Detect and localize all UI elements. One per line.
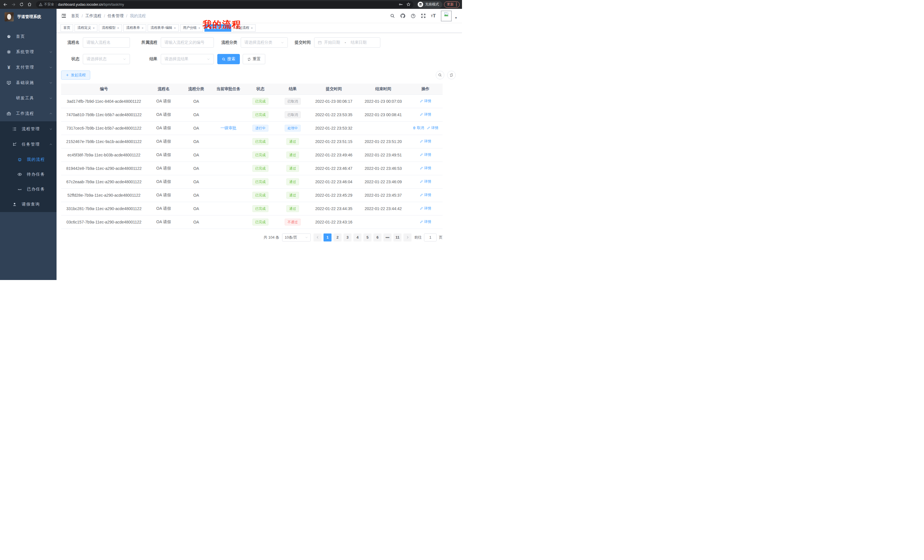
sidebar-item-2[interactable]: ¥支付管理 — [0, 60, 57, 75]
more-pages-button[interactable]: ••• — [384, 234, 392, 241]
detail-action-link[interactable]: 详情 — [420, 179, 431, 184]
filter-process-input[interactable]: 请输入流程定义的编号 — [161, 37, 214, 48]
tab-label: 发起流程 — [236, 25, 249, 30]
breadcrumb-separator: / — [126, 14, 128, 18]
cell-status: 已完成 — [245, 215, 276, 229]
current-task-link[interactable]: 一级审批 — [220, 126, 236, 130]
action-label: 详情 — [424, 220, 431, 225]
github-icon[interactable] — [400, 13, 405, 18]
tab-5[interactable]: 用户分组× — [180, 24, 203, 32]
goto-page-input[interactable] — [424, 234, 436, 241]
cancel-action-link[interactable]: 取消 — [412, 126, 424, 130]
refresh-icon — [449, 73, 453, 77]
sidebar-item-8[interactable]: 我的流程 — [0, 152, 57, 167]
detail-action-link[interactable]: 详情 — [420, 206, 431, 211]
cell-submit-time: 2022-01-23 00:06:17 — [309, 94, 358, 108]
tab-close-icon[interactable]: × — [226, 26, 228, 30]
tab-close-icon[interactable]: × — [174, 26, 176, 30]
tab-7[interactable]: 发起流程× — [233, 24, 255, 32]
filter-time-range[interactable]: 开始日期 - 结束日期 — [314, 37, 380, 48]
prev-page-button[interactable] — [314, 234, 321, 241]
sidebar-item-5[interactable]: 工作流程 — [0, 106, 57, 121]
tab-close-icon[interactable]: × — [198, 26, 200, 30]
tab-4[interactable]: 流程表单-编辑× — [148, 24, 178, 32]
page-button-3[interactable]: 3 — [344, 234, 351, 241]
breadcrumb-item-0[interactable]: 首页 — [71, 13, 79, 18]
result-badge: 通过 — [286, 192, 299, 199]
fullscreen-icon[interactable] — [421, 13, 426, 18]
browser-forward-icon[interactable] — [10, 1, 16, 8]
reset-button[interactable]: 重置 — [243, 54, 265, 64]
detail-action-link[interactable]: 详情 — [420, 139, 431, 144]
sidebar-collapse-icon[interactable] — [61, 13, 66, 18]
chevron-down-icon — [280, 41, 284, 44]
page-button-2[interactable]: 2 — [333, 234, 342, 241]
filter-category-select[interactable]: 请选择流程分类 — [241, 37, 288, 48]
detail-action-link[interactable]: 详情 — [420, 166, 431, 171]
page-button-11[interactable]: 11 — [393, 234, 402, 241]
page-button-1[interactable]: 1 — [324, 234, 332, 241]
breadcrumb-item-1[interactable]: 工作流程 — [86, 13, 101, 18]
toggle-search-button[interactable] — [436, 71, 444, 79]
browser-menu-icon[interactable] — [456, 3, 457, 6]
sidebar-item-3[interactable]: 基础设施 — [0, 75, 57, 90]
filter-status-select[interactable]: 请选择状态 — [83, 54, 130, 64]
cell-id: ec45f38f-7b9a-11ec-b03b-acde48001122 — [61, 148, 147, 162]
detail-action-link[interactable]: 详情 — [420, 193, 431, 198]
tab-close-icon[interactable]: × — [117, 26, 119, 30]
detail-action-link[interactable]: 详情 — [420, 112, 431, 117]
address-bar[interactable]: 不安全 dashboard.yudao.iocoder.cn/bpm/task/… — [36, 1, 414, 8]
update-button[interactable]: 更新 — [444, 1, 460, 8]
sidebar-item-11[interactable]: 请假查询 — [0, 197, 57, 212]
avatar[interactable] — [441, 10, 452, 21]
password-key-icon[interactable] — [399, 2, 403, 7]
sidebar-item-4[interactable]: 研发工具 — [0, 90, 57, 106]
browser-home-icon[interactable] — [26, 1, 33, 8]
sidebar: 芋道管理系统 首页系统管理¥支付管理基础设施研发工具工作流程流程管理任务管理我的… — [0, 9, 57, 280]
cell-status: 进行中 — [245, 121, 276, 135]
tab-1[interactable]: 流程定义× — [75, 24, 98, 32]
filter-result-select[interactable]: 请选择流结果 — [161, 54, 214, 64]
cell-end-time: 2022-01-22 23:49:51 — [358, 148, 408, 162]
avatar-caret-icon[interactable]: ▼ — [454, 16, 458, 19]
filter-name-input[interactable]: 请输入流程名 — [83, 37, 130, 48]
refresh-table-button[interactable] — [447, 71, 456, 79]
browser-reload-icon[interactable] — [18, 1, 24, 8]
sidebar-item-0[interactable]: 首页 — [0, 29, 57, 44]
detail-action-link[interactable]: 详情 — [420, 153, 431, 157]
prev-icon — [316, 235, 320, 239]
page-button-4[interactable]: 4 — [354, 234, 362, 241]
cell-process-name: OA 请假 — [147, 162, 180, 175]
page-button-6[interactable]: 6 — [374, 234, 381, 241]
page-button-5[interactable]: 5 — [363, 234, 372, 241]
sidebar-item-9[interactable]: 待办任务 — [0, 167, 57, 182]
detail-action-link[interactable]: 详情 — [427, 126, 438, 130]
sidebar-item-6[interactable]: 流程管理 — [0, 121, 57, 137]
tab-close-icon[interactable]: × — [251, 26, 253, 30]
sidebar-item-1[interactable]: 系统管理 — [0, 44, 57, 60]
breadcrumb-item-2[interactable]: 任务管理 — [108, 13, 124, 18]
tab-2[interactable]: 流程模型× — [99, 24, 122, 32]
tab-6[interactable]: 我的流程× — [204, 24, 231, 32]
tab-close-icon[interactable]: × — [142, 26, 143, 30]
help-icon[interactable] — [411, 13, 416, 18]
table-row: 2152467e-7b9b-11ec-9a1b-acde48001122OA 请… — [61, 135, 442, 148]
sidebar-item-10[interactable]: 已办任务 — [0, 182, 57, 197]
create-process-button[interactable]: 发起流程 — [61, 70, 90, 79]
cell-id: 331bc281-7b9a-11ec-a290-acde48001122 — [61, 202, 147, 215]
tab-3[interactable]: 流程表单× — [123, 24, 146, 32]
detail-action-link[interactable]: 详情 — [420, 99, 431, 103]
font-size-icon[interactable]: TT — [431, 13, 436, 19]
sidebar-item-7[interactable]: 任务管理 — [0, 137, 57, 152]
detail-action-link[interactable]: 详情 — [420, 220, 431, 225]
page-size-select[interactable]: 10条/页 — [282, 234, 310, 241]
tab-0[interactable]: 首页 — [60, 24, 73, 32]
tab-close-icon[interactable]: × — [93, 26, 94, 30]
header-search-icon[interactable] — [390, 13, 395, 18]
app-logo-row[interactable]: 芋道管理系统 — [0, 9, 57, 25]
next-page-button[interactable] — [404, 234, 411, 241]
status-badge: 已完成 — [252, 138, 268, 145]
browser-back-icon[interactable] — [2, 1, 9, 8]
bookmark-star-icon[interactable] — [406, 2, 411, 7]
search-button[interactable]: 搜索 — [217, 54, 240, 64]
